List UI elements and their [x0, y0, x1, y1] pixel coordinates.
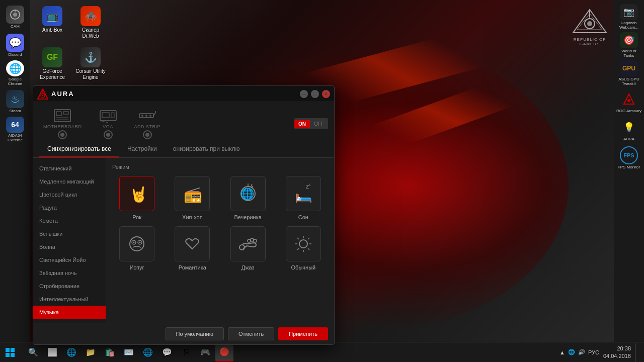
sidebar-item-rog-armoury[interactable]: ROG Armoury — [616, 88, 642, 115]
tray-volume: 🔊 — [578, 349, 585, 355]
rog-armoury-icon — [620, 90, 638, 108]
sidebar-glow-yoyo[interactable]: Светящийся Йойо — [33, 253, 106, 266]
sidebar-rainbow[interactable]: Радуга — [33, 201, 106, 214]
corsair-icon: ⚓ — [80, 47, 101, 67]
mode-party[interactable]: 🌐 Вечеринка — [223, 176, 273, 220]
maximize-button[interactable]: □ — [311, 90, 319, 98]
mode-sleep[interactable]: 🛏️ z z Сон — [279, 176, 328, 220]
taskbar-discord-bar[interactable]: 🎮 — [196, 343, 214, 361]
svg-point-46 — [251, 238, 254, 241]
tab-vga[interactable]: VGA — [94, 106, 122, 141]
drweb-label: Сканер Dr.Web — [74, 27, 107, 39]
taskbar-store[interactable]: 🛍️ — [101, 343, 119, 361]
desktop-icon-corsair[interactable]: ⚓ Corsair Utility Engine — [72, 45, 109, 82]
desktop-icon-drweb[interactable]: 🕷️ Сканер Dr.Web — [72, 4, 109, 41]
taskbar-skype[interactable]: 💬 — [158, 343, 176, 361]
sidebar-item-wot[interactable]: 🎯 World ofTanks — [616, 32, 642, 58]
taskbar-chrome-bar[interactable]: 🌐 — [139, 343, 157, 361]
taskbar-icons: 🔍 ⬜ 🌐 📁 🛍️ ✉️ 🌐 💬 Я 🎮 🔴 — [20, 343, 237, 361]
nav-tab-sleep[interactable]: онизировать при выклю — [165, 141, 248, 157]
mode-jazz[interactable]: Джаз — [223, 226, 273, 270]
apply-button[interactable]: Применить — [278, 327, 328, 340]
aura-main-panel: Режим 🤘 Рок 📻 — [106, 158, 334, 323]
mode-romance[interactable]: Романтика — [168, 226, 217, 270]
sidebar-item-fps[interactable]: FPS FPS Monitor — [616, 145, 642, 171]
sidebar-comet[interactable]: Комета — [33, 214, 106, 227]
svg-line-56 — [308, 248, 309, 250]
mode-rock[interactable]: 🤘 Рок — [112, 176, 162, 220]
taskbar-yandex[interactable]: Я — [177, 343, 195, 361]
sidebar-music[interactable]: Музыка — [33, 306, 106, 319]
sidebar-strobe[interactable]: Стробирование — [33, 280, 106, 293]
vga-label: VGA — [103, 124, 113, 129]
sidebar-static[interactable]: Статический — [33, 162, 106, 175]
sidebar-item-aida64[interactable]: 64 AIDA64Extreme — [2, 117, 28, 143]
clock-time: 20:38 — [603, 345, 631, 352]
party-icon-box: 🌐 — [230, 176, 266, 211]
sidebar-starnight[interactable]: Звёздная ночь — [33, 266, 106, 280]
svg-rect-59 — [6, 353, 10, 357]
party-svg: 🌐 — [238, 184, 258, 204]
add-strip-icon — [137, 108, 157, 123]
aida64-label: AIDA64Extreme — [8, 134, 23, 143]
motherboard-icon — [52, 108, 72, 123]
sidebar-item-logitech[interactable]: 📷 LogitechWebcam... — [616, 4, 642, 30]
vga-svg — [99, 109, 117, 123]
svg-line-53 — [297, 238, 299, 239]
tab-add-strip[interactable]: ADD STRIP — [130, 106, 165, 141]
cam-label: CAM — [11, 25, 20, 29]
mode-normal[interactable]: Обычный — [279, 226, 328, 270]
show-desktop-button[interactable] — [635, 343, 638, 361]
sidebar-item-chrome[interactable]: 🌐 GoogleChrome — [2, 60, 28, 86]
nav-tabs: Синхронизировать все Настройки онизирова… — [33, 141, 334, 158]
power-toggle[interactable]: ON OFF — [294, 118, 328, 129]
sidebar-item-aura[interactable]: 💡 AURA — [616, 117, 642, 143]
sidebar-intelligent[interactable]: Интеллектуальный — [33, 293, 106, 306]
taskbar-task-view[interactable]: ⬜ — [43, 343, 61, 361]
device-tabs: MOTHERBOARD VGA — [33, 102, 334, 141]
sleep-label: Сон — [298, 214, 308, 220]
sidebar-item-cam[interactable]: CAM — [2, 4, 28, 30]
close-button[interactable]: ✕ — [322, 90, 330, 98]
sidebar-item-asus-gpu[interactable]: GPU ASUS GPUTweakII — [616, 60, 642, 86]
minimize-button[interactable]: — — [300, 90, 308, 98]
steam-label: Steam — [9, 109, 21, 114]
mode-section-label: Режим — [112, 164, 328, 170]
nav-tab-sync[interactable]: Синхронизировать все — [39, 141, 119, 157]
default-button[interactable]: По умолчанию — [166, 327, 224, 340]
sidebar-color-cycle[interactable]: Цветовой цикл — [33, 188, 106, 201]
rog-logo-image — [570, 6, 610, 36]
asus-gpu-label: ASUS GPUTweakII — [618, 77, 639, 86]
tray-arrow[interactable]: ▲ — [559, 349, 565, 355]
desktop-icon-geforce[interactable]: GF GeForce Experience — [34, 45, 70, 82]
jazz-icon-box — [230, 226, 266, 261]
taskbar-edge[interactable]: 🌐 — [62, 343, 80, 361]
sidebar-item-discord[interactable]: 💬 Discord — [2, 32, 28, 58]
mode-scare[interactable]: Испуг — [112, 226, 162, 270]
toggle-off[interactable]: OFF — [310, 120, 328, 128]
taskbar-active-app[interactable]: 🔴 — [215, 343, 233, 361]
sidebar-flash[interactable]: Вспышки — [33, 227, 106, 240]
normal-label: Обычный — [291, 264, 316, 270]
rog-armoury-label: ROG Armoury — [616, 109, 641, 114]
discord-icon: 💬 — [6, 34, 24, 52]
rock-svg: 🤘 — [127, 184, 147, 204]
taskbar-mail[interactable]: ✉️ — [120, 343, 138, 361]
tab-motherboard[interactable]: MOTHERBOARD — [39, 106, 86, 141]
taskbar-search[interactable]: 🔍 — [24, 343, 42, 361]
svg-rect-19 — [100, 111, 116, 121]
cancel-button[interactable]: Отменить — [228, 327, 274, 340]
sidebar-item-steam[interactable]: ♨ Steam — [2, 88, 28, 115]
taskbar-clock[interactable]: 20:38 04.04.2018 — [603, 345, 631, 359]
taskbar-explorer[interactable]: 📁 — [82, 343, 100, 361]
start-button[interactable] — [0, 342, 20, 363]
logitech-label: LogitechWebcam... — [619, 21, 638, 30]
svg-rect-21 — [111, 113, 114, 118]
sidebar-wave[interactable]: Волна — [33, 240, 106, 253]
sidebar-slow-blink[interactable]: Медленно мигающий — [33, 175, 106, 188]
mode-hiphop[interactable]: 📻 Хип-хоп — [168, 176, 217, 220]
nav-tab-settings[interactable]: Настройки — [119, 141, 165, 157]
cam-svg — [9, 9, 21, 21]
toggle-on[interactable]: ON — [294, 120, 310, 128]
desktop-icon-ambibox[interactable]: 📺 AmbiBox — [34, 4, 70, 41]
